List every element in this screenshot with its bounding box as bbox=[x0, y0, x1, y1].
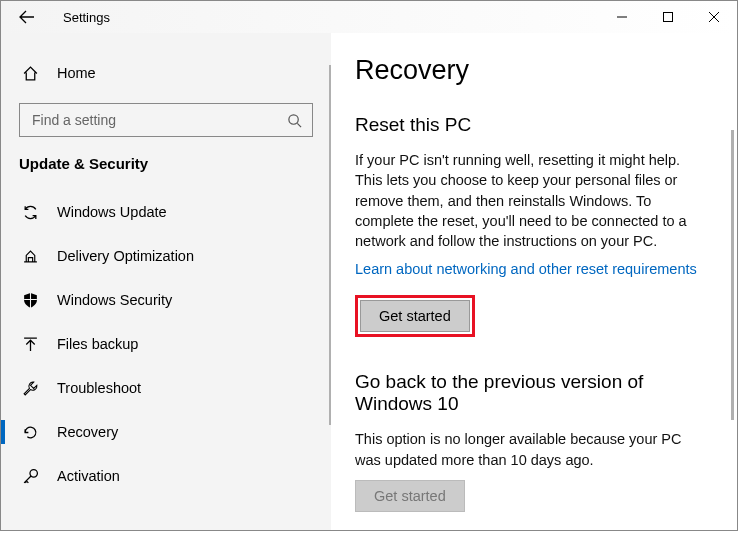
sidebar-item-label: Windows Update bbox=[57, 204, 167, 220]
sidebar-item-label: Files backup bbox=[57, 336, 138, 352]
delivery-icon bbox=[19, 248, 41, 265]
svg-point-2 bbox=[29, 469, 36, 476]
window-controls bbox=[599, 1, 737, 33]
sync-icon bbox=[19, 204, 41, 221]
content-pane: Recovery Reset this PC If your PC isn't … bbox=[331, 33, 737, 530]
home-nav[interactable]: Home bbox=[1, 53, 331, 93]
sidebar-item-label: Activation bbox=[57, 468, 120, 484]
sidebar-item-label: Delivery Optimization bbox=[57, 248, 194, 264]
home-label: Home bbox=[57, 65, 96, 81]
search-box[interactable] bbox=[19, 103, 313, 137]
key-icon bbox=[19, 468, 41, 485]
nav-list: Windows Update Delivery Optimization Win… bbox=[1, 190, 331, 498]
sidebar-item-files-backup[interactable]: Files backup bbox=[1, 322, 331, 366]
backup-icon bbox=[19, 336, 41, 353]
svg-point-1 bbox=[289, 114, 298, 123]
reset-get-started-button[interactable]: Get started bbox=[360, 300, 470, 332]
sidebar-item-label: Windows Security bbox=[57, 292, 172, 308]
goback-get-started-button: Get started bbox=[355, 480, 465, 512]
settings-window: Settings Home bbox=[0, 0, 738, 531]
minimize-button[interactable] bbox=[599, 1, 645, 33]
sidebar-item-label: Recovery bbox=[57, 424, 118, 440]
reset-heading: Reset this PC bbox=[355, 114, 707, 136]
goback-description: This option is no longer available becau… bbox=[355, 429, 707, 470]
reset-description: If your PC isn't running well, resetting… bbox=[355, 150, 707, 251]
highlight-annotation: Get started bbox=[355, 295, 475, 337]
recovery-icon bbox=[19, 424, 41, 441]
sidebar-item-recovery[interactable]: Recovery bbox=[1, 410, 331, 454]
wrench-icon bbox=[19, 380, 41, 397]
arrow-left-icon bbox=[19, 9, 35, 25]
maximize-button[interactable] bbox=[645, 1, 691, 33]
sidebar-item-activation[interactable]: Activation bbox=[1, 454, 331, 498]
reset-learn-link[interactable]: Learn about networking and other reset r… bbox=[355, 261, 697, 277]
close-icon bbox=[708, 11, 720, 23]
maximize-icon bbox=[662, 11, 674, 23]
close-button[interactable] bbox=[691, 1, 737, 33]
section-title: Update & Security bbox=[1, 155, 331, 172]
back-button[interactable] bbox=[9, 1, 45, 33]
goback-heading: Go back to the previous version of Windo… bbox=[355, 371, 707, 415]
minimize-icon bbox=[616, 11, 628, 23]
content-scrollbar[interactable] bbox=[731, 130, 734, 420]
sidebar-item-label: Troubleshoot bbox=[57, 380, 141, 396]
shield-icon bbox=[19, 292, 41, 309]
sidebar-item-delivery-optimization[interactable]: Delivery Optimization bbox=[1, 234, 331, 278]
sidebar-item-troubleshoot[interactable]: Troubleshoot bbox=[1, 366, 331, 410]
window-title: Settings bbox=[63, 10, 110, 25]
page-title: Recovery bbox=[355, 55, 707, 86]
sidebar-item-windows-update[interactable]: Windows Update bbox=[1, 190, 331, 234]
sidebar: Home Update & Security Windows Update bbox=[1, 33, 331, 530]
search-icon bbox=[287, 113, 302, 128]
home-icon bbox=[19, 65, 41, 82]
search-input[interactable] bbox=[30, 111, 287, 129]
titlebar: Settings bbox=[1, 1, 737, 33]
sidebar-item-windows-security[interactable]: Windows Security bbox=[1, 278, 331, 322]
svg-rect-0 bbox=[664, 13, 673, 22]
